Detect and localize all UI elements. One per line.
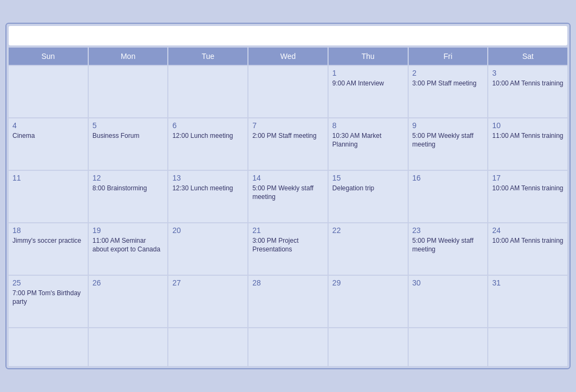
calendar-grid: SunMonTueWedThuFriSat19:00 AM Interview2…	[9, 48, 567, 366]
day-event: 10:00 AM Tennis training	[492, 79, 564, 88]
day-number: 13	[172, 174, 244, 182]
day-cell: 1710:00 AM Tennis training	[488, 171, 567, 222]
day-number: 17	[492, 174, 564, 182]
day-number: 25	[12, 278, 84, 287]
day-event: 11:00 AM Tennis training	[492, 132, 564, 141]
day-event: Jimmy's soccer practice	[12, 237, 84, 245]
day-cell: 22	[329, 223, 408, 275]
day-cell	[248, 66, 328, 117]
day-cell: 128:00 Brainstorming	[89, 171, 168, 222]
day-cell: 16	[409, 171, 488, 222]
day-number: 7	[252, 121, 324, 130]
day-number: 23	[413, 226, 484, 235]
day-cell	[409, 328, 488, 366]
day-event: 5:00 PM Weekly staff meeting	[413, 132, 484, 149]
day-event: 8:00 Brainstorming	[93, 184, 164, 193]
day-cell: 26	[89, 276, 168, 327]
calendar-container: SunMonTueWedThuFriSat19:00 AM Interview2…	[5, 23, 571, 369]
day-cell: 31	[488, 276, 567, 327]
day-number: 19	[93, 226, 164, 235]
day-number: 10	[492, 121, 564, 130]
day-cell: 5Business Forum	[89, 118, 168, 170]
day-number: 3	[492, 69, 564, 77]
day-cell: 29	[329, 276, 408, 327]
day-event: 10:30 AM Market Planning	[332, 132, 404, 149]
day-cell	[9, 328, 88, 366]
day-cell: 19:00 AM Interview	[329, 66, 408, 117]
day-cell: 95:00 PM Weekly staff meeting	[409, 118, 488, 170]
day-cell: 235:00 PM Weekly staff meeting	[409, 223, 488, 275]
day-cell: 810:30 AM Market Planning	[329, 118, 408, 170]
day-cell	[89, 66, 168, 117]
day-number: 8	[332, 121, 404, 130]
day-cell: 145:00 PM Weekly staff meeting	[248, 171, 328, 222]
day-cell	[89, 328, 168, 366]
day-number: 9	[413, 121, 484, 130]
day-cell: 18Jimmy's soccer practice	[9, 223, 88, 275]
day-cell	[329, 328, 408, 366]
day-cell: 11	[9, 171, 88, 222]
day-cell	[248, 328, 328, 366]
day-number: 30	[413, 278, 484, 287]
day-event: 10:00 AM Tennis training	[492, 184, 564, 193]
day-event: 10:00 AM Tennis training	[492, 237, 564, 245]
day-event: 3:00 PM Project Presentations	[252, 237, 324, 254]
day-number: 4	[12, 121, 84, 130]
day-cell: 20	[168, 223, 247, 275]
day-number: 24	[492, 226, 564, 235]
day-event: Delegation trip	[332, 184, 404, 193]
day-cell: 28	[248, 276, 328, 327]
day-number: 12	[93, 174, 164, 182]
calendar-header	[9, 26, 567, 45]
day-event: 11:00 AM Seminar about export to Canada	[93, 237, 164, 254]
day-cell	[168, 66, 247, 117]
day-cell: 15Delegation trip	[329, 171, 408, 222]
day-number: 20	[172, 226, 244, 235]
day-cell	[488, 328, 567, 366]
day-cell: 1911:00 AM Seminar about export to Canad…	[89, 223, 168, 275]
day-cell: 72:00 PM Staff meeting	[248, 118, 328, 170]
day-event: 2:00 PM Staff meeting	[252, 132, 324, 141]
day-event: 12:30 Lunch meeting	[172, 184, 244, 193]
day-number: 5	[93, 121, 164, 130]
day-cell: 23:00 PM Staff meeting	[409, 66, 488, 117]
day-header-sun: Sun	[9, 48, 88, 65]
day-cell	[168, 328, 247, 366]
day-header-thu: Thu	[329, 48, 408, 65]
day-number: 6	[172, 121, 244, 130]
day-number: 14	[252, 174, 324, 182]
day-event: 3:00 PM Staff meeting	[413, 79, 484, 88]
day-cell	[9, 66, 88, 117]
day-cell: 2410:00 AM Tennis training	[488, 223, 567, 275]
day-header-tue: Tue	[168, 48, 247, 65]
day-event: 5:00 PM Weekly staff meeting	[252, 184, 324, 201]
day-number: 15	[332, 174, 404, 182]
day-header-fri: Fri	[409, 48, 488, 65]
day-cell: 30	[409, 276, 488, 327]
day-number: 18	[12, 226, 84, 235]
day-number: 21	[252, 226, 324, 235]
day-cell: 213:00 PM Project Presentations	[248, 223, 328, 275]
day-event: 9:00 AM Interview	[332, 79, 404, 88]
day-cell: 27	[168, 276, 247, 327]
day-event: Cinema	[12, 132, 84, 141]
day-number: 1	[332, 69, 404, 77]
day-cell: 4Cinema	[9, 118, 88, 170]
day-number: 11	[12, 174, 84, 182]
day-header-mon: Mon	[89, 48, 168, 65]
day-event: 12:00 Lunch meeting	[172, 132, 244, 141]
day-cell: 257:00 PM Tom's Birthday party	[9, 276, 88, 327]
day-number: 26	[93, 278, 164, 287]
day-header-wed: Wed	[248, 48, 328, 65]
day-number: 27	[172, 278, 244, 287]
day-cell: 612:00 Lunch meeting	[168, 118, 247, 170]
day-number: 29	[332, 278, 404, 287]
day-cell: 310:00 AM Tennis training	[488, 66, 567, 117]
day-cell: 1312:30 Lunch meeting	[168, 171, 247, 222]
day-event: 5:00 PM Weekly staff meeting	[413, 237, 484, 254]
day-header-sat: Sat	[488, 48, 567, 65]
day-cell: 1011:00 AM Tennis training	[488, 118, 567, 170]
day-number: 22	[332, 226, 404, 235]
day-event: Business Forum	[93, 132, 164, 141]
day-number: 16	[413, 174, 484, 182]
